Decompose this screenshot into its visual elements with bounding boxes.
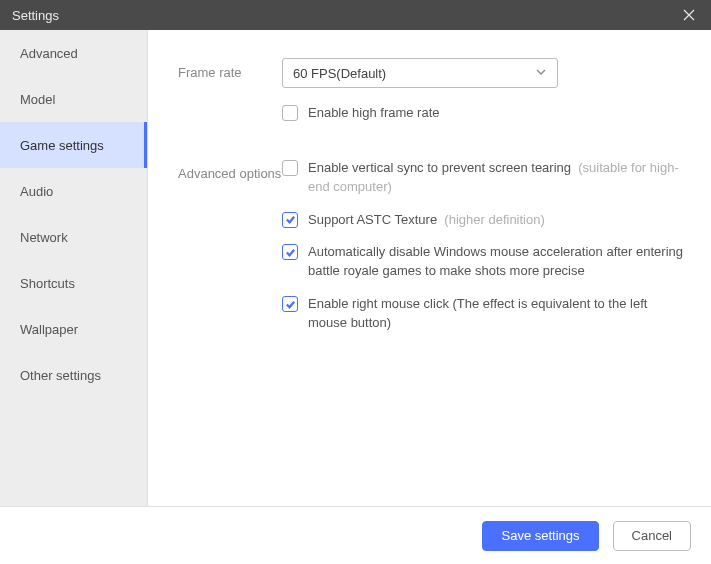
sidebar-item-advanced[interactable]: Advanced (0, 30, 147, 76)
right-click-label: Enable right mouse click (The effect is … (308, 295, 687, 333)
cancel-button[interactable]: Cancel (613, 521, 691, 551)
sidebar-item-label: Game settings (20, 138, 104, 153)
save-settings-label: Save settings (501, 528, 579, 543)
vsync-label-text: Enable vertical sync to prevent screen t… (308, 160, 571, 175)
sidebar-item-model[interactable]: Model (0, 76, 147, 122)
sidebar-item-label: Wallpaper (20, 322, 78, 337)
vsync-label: Enable vertical sync to prevent screen t… (308, 159, 687, 197)
save-settings-button[interactable]: Save settings (482, 521, 598, 551)
sidebar-item-shortcuts[interactable]: Shortcuts (0, 260, 147, 306)
mouse-accel-label: Automatically disable Windows mouse acce… (308, 243, 687, 281)
frame-rate-select-value: 60 FPS(Default) (293, 66, 386, 81)
advanced-options-row: Advanced options Enable vertical sync to… (178, 159, 687, 333)
cancel-label: Cancel (632, 528, 672, 543)
sidebar-item-label: Shortcuts (20, 276, 75, 291)
right-click-option: Enable right mouse click (The effect is … (282, 295, 687, 333)
astc-label-text: Support ASTC Texture (308, 212, 437, 227)
frame-rate-select[interactable]: 60 FPS(Default) (282, 58, 558, 88)
sidebar-item-label: Advanced (20, 46, 78, 61)
high-frame-rate-label: Enable high frame rate (308, 104, 440, 123)
advanced-options-body: Enable vertical sync to prevent screen t… (282, 159, 687, 333)
sidebar-item-label: Network (20, 230, 68, 245)
footer: Save settings Cancel (0, 506, 711, 564)
right-click-checkbox[interactable] (282, 296, 298, 312)
frame-rate-label: Frame rate (178, 58, 282, 82)
frame-rate-body: 60 FPS(Default) Enable high frame rate (282, 58, 687, 123)
sidebar-item-wallpaper[interactable]: Wallpaper (0, 306, 147, 352)
sidebar-item-label: Audio (20, 184, 53, 199)
window-title: Settings (12, 8, 59, 23)
mouse-accel-checkbox[interactable] (282, 244, 298, 260)
sidebar: Advanced Model Game settings Audio Netwo… (0, 30, 148, 506)
astc-hint: (higher definition) (444, 212, 544, 227)
advanced-options-label: Advanced options (178, 159, 282, 183)
astc-label: Support ASTC Texture (higher definition) (308, 211, 545, 230)
sidebar-item-game-settings[interactable]: Game settings (0, 122, 147, 168)
content-panel: Frame rate 60 FPS(Default) Enable high f… (148, 30, 711, 506)
chevron-down-icon (535, 66, 547, 81)
vsync-option: Enable vertical sync to prevent screen t… (282, 159, 687, 197)
close-button[interactable] (679, 5, 699, 25)
titlebar: Settings (0, 0, 711, 30)
sidebar-item-label: Other settings (20, 368, 101, 383)
close-icon (683, 9, 695, 21)
sidebar-item-network[interactable]: Network (0, 214, 147, 260)
high-frame-rate-option: Enable high frame rate (282, 104, 687, 123)
sidebar-item-label: Model (20, 92, 55, 107)
vsync-checkbox[interactable] (282, 160, 298, 176)
sidebar-item-other-settings[interactable]: Other settings (0, 352, 147, 398)
sidebar-item-audio[interactable]: Audio (0, 168, 147, 214)
high-frame-rate-checkbox[interactable] (282, 105, 298, 121)
astc-option: Support ASTC Texture (higher definition) (282, 211, 687, 230)
astc-checkbox[interactable] (282, 212, 298, 228)
dialog-body: Advanced Model Game settings Audio Netwo… (0, 30, 711, 506)
mouse-accel-option: Automatically disable Windows mouse acce… (282, 243, 687, 281)
frame-rate-row: Frame rate 60 FPS(Default) Enable high f… (178, 58, 687, 123)
